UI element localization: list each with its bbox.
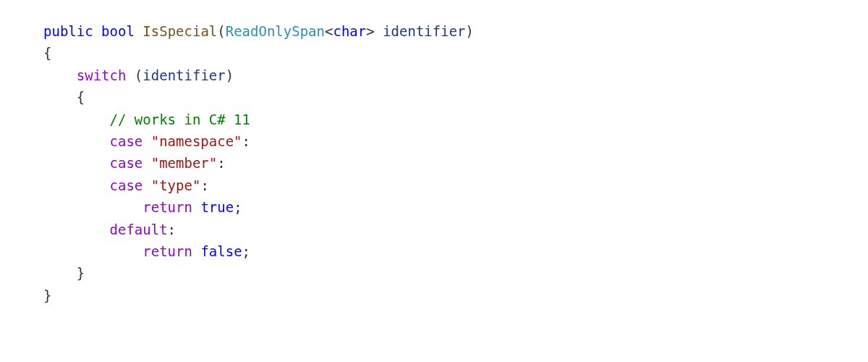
colon-2: :: [217, 155, 225, 171]
method-name: IsSpecial: [142, 23, 217, 39]
colon-3: :: [200, 177, 208, 193]
keyword-switch: switch: [77, 67, 127, 83]
angle-close: >: [366, 23, 374, 39]
keyword-case-2: case: [110, 155, 143, 171]
switch-brace-close: }: [77, 265, 85, 281]
keyword-case-1: case: [110, 133, 143, 149]
switch-identifier: identifier: [142, 67, 225, 83]
literal-false: false: [200, 243, 242, 259]
string-namespace: "namespace": [151, 133, 242, 149]
literal-true: true: [200, 199, 234, 215]
colon-1: :: [242, 133, 250, 149]
angle-open: <: [325, 23, 333, 39]
string-type: "type": [151, 177, 201, 193]
keyword-case-3: case: [110, 177, 143, 193]
param-identifier: identifier: [383, 23, 465, 39]
string-member: "member": [151, 155, 218, 171]
colon-4: :: [168, 222, 176, 237]
comment-line: // works in C# 11: [110, 111, 250, 127]
paren-open: (: [217, 23, 225, 39]
keyword-char: char: [333, 23, 366, 39]
keyword-default: default: [110, 222, 168, 237]
code-snippet: public bool IsSpecial(ReadOnlySpan<char>…: [0, 0, 868, 327]
keyword-public: public: [43, 23, 93, 39]
switch-paren-open: (: [135, 67, 142, 83]
brace-open: {: [43, 45, 51, 61]
semicolon-1: ;: [234, 199, 242, 215]
switch-brace-open: {: [77, 89, 85, 105]
switch-paren-close: ): [226, 67, 234, 83]
type-readonlyspan: ReadOnlySpan: [226, 23, 325, 39]
brace-close: }: [43, 287, 51, 303]
keyword-return-1: return: [142, 199, 192, 215]
keyword-return-2: return: [142, 243, 192, 259]
paren-close: ): [466, 23, 474, 39]
keyword-bool: bool: [101, 23, 135, 39]
semicolon-2: ;: [242, 243, 250, 259]
